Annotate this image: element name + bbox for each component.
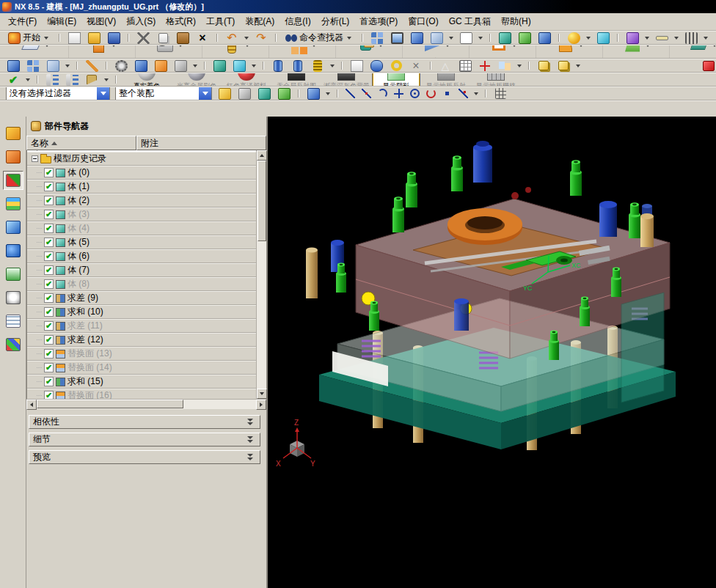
copy-button[interactable] [154,31,172,45]
menu-item[interactable]: 编辑(E) [42,13,81,30]
wcs-button[interactable] [152,59,169,73]
feature-checkbox[interactable]: ✔ [44,182,54,191]
feature-dropdown-caret[interactable] [445,45,450,47]
menu-item[interactable]: 窗口(O) [403,13,443,30]
feature-checkbox[interactable]: ✔ [44,168,54,177]
collapsible-panel-bar[interactable]: 细节 [29,433,260,446]
tree-item-row[interactable]: ✔ 求差 (12) [27,333,256,347]
feature-checkbox[interactable]: ✔ [44,307,54,317]
open-file-button[interactable] [85,31,103,45]
tree-item-row[interactable]: ✔ 体 (1) [27,180,256,194]
render-style-button[interactable]: 红色亮泽塑料 [222,73,271,87]
new-file-button[interactable] [65,31,83,45]
match-face-button[interactable] [496,59,514,73]
structure-caret[interactable] [104,78,109,81]
column-name[interactable]: 名称 [26,136,136,150]
view-window-2-button[interactable] [24,59,42,73]
redo-button[interactable]: ↷ [252,31,270,45]
feature-dropdown-caret[interactable] [579,45,583,47]
feature-checkbox[interactable]: ✔ [44,377,54,386]
background-color-button[interactable] [457,31,475,45]
delete-face-button[interactable]: × [407,59,425,73]
view-cube-caret[interactable] [326,92,330,95]
feature-checkbox[interactable]: ✔ [44,279,54,289]
feature-button[interactable]: 求和 [338,45,403,59]
synchronous-caret[interactable] [645,37,649,40]
grid-toggle-button[interactable] [492,87,509,100]
snap-point-toggle[interactable] [440,87,454,100]
horizontal-scroll-track[interactable] [183,400,256,409]
feature-button[interactable]: 孔 [138,45,202,59]
snap-endpoint-toggle[interactable] [343,87,357,100]
section-caret[interactable] [704,37,708,40]
feature-checkbox[interactable]: ✔ [44,251,54,261]
vertical-scroll-thumb[interactable] [257,161,266,241]
draft-analysis-button[interactable]: △ [436,59,454,73]
move-face-button[interactable] [496,31,514,45]
panel-expand-chevron-icon[interactable] [244,452,256,462]
approve-button[interactable]: ✔ [4,73,22,87]
feature-checkbox[interactable]: ✔ [44,238,54,247]
cut-button[interactable] [134,31,152,45]
graphics-viewport[interactable]: XC YC Z X Y [268,117,716,588]
selection-scope-dropdown[interactable] [199,87,211,100]
feature-checkbox[interactable]: ✔ [44,321,54,331]
part-navigator-tab[interactable] [3,171,23,190]
layer-settings-button[interactable] [44,59,62,73]
feature-checkbox[interactable]: ✔ [44,224,54,233]
tree-item-row[interactable]: ✔ 体 (6) [27,249,256,263]
view-style-caret[interactable] [449,37,453,40]
clipped-edge-button[interactable] [697,59,715,73]
pocket-button[interactable] [289,59,307,73]
feature-button[interactable]: 修剪体 [405,45,470,59]
vertical-scrollbar[interactable] [256,150,266,399]
scroll-down-button[interactable] [257,389,267,399]
feature-dropdown-caret[interactable] [245,45,249,47]
tree-item-row[interactable]: ✔ 求和 (15) [27,375,256,389]
menu-item[interactable]: 装配(A) [240,13,280,30]
collapsible-panel-bar[interactable]: 预览 [29,450,260,464]
column-note[interactable]: 附注 [136,136,266,150]
render-style-button[interactable]: 渐变深灰色背景 [322,73,370,87]
constraint-navigator-tab[interactable] [3,147,23,166]
collapse-box-icon[interactable] [32,155,38,162]
tree-root-row[interactable]: 模型历史记录 [27,152,256,166]
point-set-button[interactable] [476,59,494,73]
snap-quadrant-toggle[interactable] [424,87,438,100]
assembly-constraint-button[interactable] [230,59,248,73]
feature-dropdown-caret[interactable] [712,45,716,47]
match-caret[interactable] [517,65,522,67]
feature-dropdown-caret[interactable] [512,45,516,47]
block-tool-button[interactable] [535,59,552,73]
view-window-1-button[interactable] [4,59,22,73]
roles-tab[interactable] [3,312,23,331]
offset-face-button[interactable] [536,31,553,45]
measure-caret[interactable] [674,37,679,40]
render-style-button[interactable]: 真实着色 [123,73,171,87]
feature-dropdown-caret[interactable] [178,45,183,47]
feature-checkbox[interactable]: ✔ [44,210,54,219]
snap-midpoint-toggle[interactable] [359,87,373,100]
background-caret[interactable] [478,37,483,40]
render-style-button[interactable]: 无全局反射图 [272,73,321,87]
menu-item[interactable]: 视图(V) [81,13,121,30]
layer-caret[interactable] [65,65,70,67]
render-style-button[interactable]: 光亮金属刷色 [172,73,221,87]
hd3d-tools-tab[interactable] [3,218,23,237]
text-style-caret[interactable] [193,65,197,67]
paste-button[interactable] [174,31,191,45]
tree-item-row[interactable]: ✔ 替换面 (16) [27,389,256,399]
expression-table-button[interactable] [456,59,474,73]
move-component-button[interactable] [211,59,228,73]
feature-checkbox[interactable]: ✔ [44,335,54,345]
tree-item-row[interactable]: ✔ 体 (7) [27,263,256,277]
select-all-button[interactable] [255,87,273,100]
undo-dropdown-caret[interactable] [244,37,249,40]
text-style-button[interactable] [172,59,189,73]
structure-tree-2-button[interactable] [63,73,81,87]
scroll-up-button[interactable] [257,150,267,161]
menu-item[interactable]: 插入(S) [121,13,161,30]
approve-caret[interactable] [26,78,30,81]
scroll-right-button[interactable] [256,400,266,410]
tube-button[interactable] [368,59,385,73]
